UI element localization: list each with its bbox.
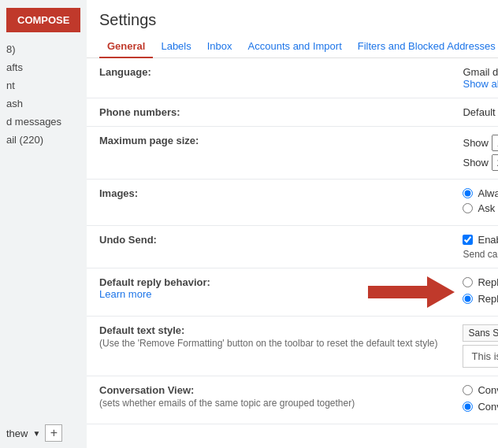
default-reply-text: Default reply behavior: [99, 276, 210, 288]
phone-value: Default country code: Unit [450, 98, 498, 127]
compose-button[interactable]: COMPOSE [6, 8, 80, 32]
sidebar-item-drafts[interactable]: afts [6, 58, 87, 76]
enable-undo-send-label: Enable Undo Send [478, 234, 498, 246]
default-text-style-sublabel: (Use the 'Remove Formatting' button on t… [99, 338, 437, 349]
tab-filters[interactable]: Filters and Blocked Addresses [350, 35, 498, 58]
tab-accounts[interactable]: Accounts and Import [240, 35, 350, 58]
show-label-contacts: Show [463, 157, 489, 168]
conversation-view-off-radio[interactable] [463, 402, 473, 412]
reply-radio[interactable] [463, 277, 473, 287]
add-account-button[interactable]: + [45, 424, 62, 442]
language-row: Language: Gmail display language: En Sho… [87, 58, 498, 98]
settings-title: Settings [99, 11, 485, 29]
settings-table: Language: Gmail display language: En Sho… [87, 58, 498, 424]
undo-send-row: Undo Send: Enable Undo Send Send cancell… [87, 226, 498, 268]
phone-text: Default country code: [463, 106, 498, 118]
page-size-value: Show 100255075 conversation Show 2505010… [450, 127, 498, 180]
ask-before-label: Ask before displaying ex [478, 202, 498, 214]
body-text-preview: This is what your body text [463, 345, 498, 368]
images-label: Images: [87, 180, 450, 226]
sidebar-item-starred[interactable]: d messages [6, 113, 87, 131]
images-value: Always display external Ask before displ… [450, 180, 498, 226]
default-text-style-value: Sans Serif ▼ TT ▼ A ▼ This is what your … [450, 317, 498, 376]
settings-tabs: General Labels Inbox Accounts and Import… [87, 35, 498, 58]
default-text-style-label: Default text style: (Use the 'Remove For… [87, 317, 450, 376]
reply-label: Reply [478, 276, 498, 288]
red-arrow-icon [368, 276, 455, 308]
default-text-style-text: Default text style: [99, 324, 437, 336]
undo-send-value: Enable Undo Send Send cancellation perio… [450, 226, 498, 268]
tab-labels[interactable]: Labels [153, 35, 199, 58]
phone-label: Phone numbers: [87, 98, 450, 127]
text-style-toolbar: Sans Serif ▼ TT ▼ A ▼ [463, 324, 498, 342]
images-row: Images: Always display external Ask befo… [87, 180, 498, 226]
ask-before-radio[interactable] [463, 203, 473, 213]
language-value: Gmail display language: En Show all lang… [450, 58, 498, 98]
settings-content: Language: Gmail display language: En Sho… [87, 58, 498, 448]
settings-header: Settings [87, 0, 498, 35]
default-text-style-row: Default text style: (Use the 'Remove For… [87, 317, 498, 376]
show-all-languages-link[interactable]: Show all language options [463, 78, 498, 90]
undo-send-note: Send cancellation period: [463, 249, 498, 260]
tab-inbox[interactable]: Inbox [199, 35, 240, 58]
language-text: Gmail display language: [463, 66, 498, 78]
enable-undo-send-checkbox[interactable] [463, 235, 473, 245]
page-size-label: Maximum page size: [87, 127, 450, 180]
language-label: Language: [87, 58, 450, 98]
tab-general[interactable]: General [99, 35, 153, 58]
reply-options-container: Reply Reply all [463, 276, 498, 308]
reply-all-label: Reply all [478, 293, 498, 305]
user-name: thew [6, 428, 28, 439]
conversation-view-sublabel: (sets whether emails of the same topic a… [99, 398, 437, 409]
conversation-view-on-label: Conversation view on [478, 384, 498, 396]
user-dropdown-icon[interactable]: ▼ [32, 429, 40, 438]
reply-all-radio[interactable] [463, 294, 473, 304]
phone-row: Phone numbers: Default country code: Uni… [87, 98, 498, 127]
sidebar-item-1[interactable]: 8) [6, 40, 87, 58]
conversation-view-on-radio[interactable] [463, 385, 473, 395]
conversation-view-label: Conversation View: (sets whether emails … [87, 376, 450, 424]
default-reply-value: Reply Reply all [450, 268, 498, 317]
conversation-view-value: Conversation view on Conversation view o… [450, 376, 498, 424]
undo-send-label: Undo Send: [87, 226, 450, 268]
main-content: Settings General Labels Inbox Accounts a… [87, 0, 498, 448]
default-reply-row: Default reply behavior: Learn more Reply [87, 268, 498, 317]
sidebar-item-sent[interactable]: nt [6, 76, 87, 94]
conversation-view-text: Conversation View: [99, 384, 437, 396]
contacts-select[interactable]: 25050100 [492, 154, 498, 171]
sidebar: COMPOSE 8) afts nt ash d messages ail (2… [0, 0, 87, 448]
sidebar-item-trash[interactable]: ash [6, 94, 87, 113]
page-size-row: Maximum page size: Show 100255075 conver… [87, 127, 498, 180]
sidebar-item-all[interactable]: ail (220) [6, 131, 87, 149]
sidebar-footer: thew ▼ + [0, 418, 87, 448]
conversation-view-row: Conversation View: (sets whether emails … [87, 376, 498, 424]
conversations-select[interactable]: 100255075 [492, 135, 498, 151]
always-display-label: Always display external [478, 187, 498, 199]
conversation-view-off-label: Conversation view off [478, 401, 498, 413]
show-label-conv: Show [463, 137, 489, 149]
svg-marker-0 [368, 276, 455, 308]
sidebar-nav: 8) afts nt ash d messages ail (220) [0, 40, 87, 149]
font-selector[interactable]: Sans Serif [468, 328, 498, 339]
always-display-radio[interactable] [463, 188, 473, 198]
